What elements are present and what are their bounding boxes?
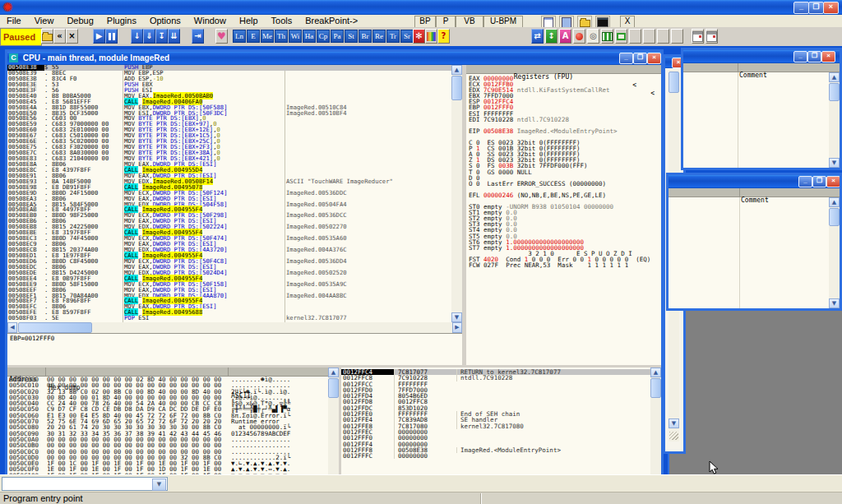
pane-layout-icon[interactable]: [692, 29, 704, 44]
comment-window-1[interactable]: _ ❐ × Comment ▲ ▼: [681, 48, 842, 170]
assemble-icon[interactable]: A: [559, 29, 571, 44]
toolbar-ln-window-button[interactable]: Ln: [233, 30, 246, 43]
close-button[interactable]: ×: [823, 2, 839, 14]
minimize-button[interactable]: _: [793, 2, 809, 14]
close-icon[interactable]: ×: [826, 176, 840, 187]
close-icon[interactable]: ×: [821, 51, 835, 62]
disasm-row[interactable]: 00508E3E.53PUSH EBX: [7, 82, 451, 88]
maximize-icon[interactable]: ❐: [807, 51, 821, 62]
menu-item-file[interactable]: File: [0, 15, 28, 27]
menu-item-options[interactable]: Options: [143, 15, 187, 27]
main-title-bar[interactable]: ✺ _ ❐ ×: [0, 0, 842, 15]
execute-till-return-icon[interactable]: ⇥: [192, 29, 204, 44]
scroll-up-icon[interactable]: ▲: [328, 368, 339, 377]
toolbar-pa-window-button[interactable]: Pa: [331, 30, 344, 43]
disassembly-pane[interactable]: 00508E38$55PUSH EBP00508E39.8BECMOV EBP,…: [7, 65, 451, 322]
comment2-scrollbar[interactable]: ▲ ▼: [829, 197, 840, 308]
register-line[interactable]: EIP 00508E38 ImageRed.<ModuleEntryPoint>: [466, 128, 661, 134]
toolbar-blank-button[interactable]: [629, 29, 641, 44]
toolbar-ha-window-button[interactable]: Ha: [303, 30, 316, 43]
appearance-icon[interactable]: [425, 29, 437, 44]
menu-item-view[interactable]: View: [28, 15, 61, 27]
disasm-vscrollbar[interactable]: ▲ ▼: [451, 65, 462, 322]
minimize-icon[interactable]: _: [793, 51, 807, 62]
menu-item-window[interactable]: Window: [187, 15, 233, 27]
disasm-row[interactable]: 00508EFE.E8 8597F8FFCALL ImageRed.004956…: [7, 310, 451, 316]
toolbar-cp-window-button[interactable]: Cp: [317, 30, 330, 43]
open-file-icon[interactable]: [41, 29, 53, 44]
toolbar-blank-button[interactable]: [643, 29, 655, 44]
run-icon[interactable]: ▶: [93, 29, 105, 44]
comment-column-header[interactable]: Comment: [739, 72, 767, 80]
scroll-right-icon[interactable]: ▶: [452, 322, 462, 333]
close-program-icon[interactable]: ×: [66, 29, 78, 44]
comment-window-2[interactable]: _ ❐ × Comment ▲ ▼: [666, 173, 842, 311]
register-line[interactable]: FCW 027F Prec NEAR,53 Mask 1 1 1 1 1 1: [466, 262, 661, 268]
restore-button[interactable]: ❐: [808, 2, 824, 14]
register-line[interactable]: EFL 00000246 (NO,NB,E,BE,NS,PE,GE,LE): [466, 192, 661, 198]
register-line[interactable]: EDI 7C910228 ntdll.7C910228: [466, 117, 661, 123]
step-over-icon[interactable]: ⇓: [143, 29, 155, 44]
scroll-up-icon[interactable]: ▲: [650, 368, 661, 377]
comment-column-header[interactable]: Comment: [741, 197, 769, 205]
stack-row[interactable]: 0012FFD48054B6ED: [341, 393, 650, 399]
stack-vscrollbar[interactable]: ▲: [650, 368, 661, 474]
sort-icon[interactable]: ↕: [545, 29, 557, 44]
pause-icon[interactable]: [105, 29, 118, 44]
scroll-down-icon[interactable]: ▼: [451, 312, 462, 322]
maximize-icon[interactable]: ❐: [633, 53, 647, 64]
stack-row[interactable]: 0012FFC87C910228ntdll.7C910228: [341, 375, 650, 381]
menu-item-breakpoint[interactable]: BreakPoint->: [298, 15, 364, 27]
disasm-row[interactable]: 00508E3B.83C4 F0ADD ESP,-10: [7, 76, 451, 82]
step-into-icon[interactable]: ↓: [131, 29, 143, 44]
disasm-row[interactable]: 00508EF7.E8 F896F8FFCALL ImageRed.004955…: [7, 298, 451, 304]
goto-icon[interactable]: ♥: [215, 29, 228, 44]
options-gear-icon[interactable]: ✻: [413, 29, 425, 44]
stack-row[interactable]: 0012FFE87C817080kernel32.7C817080: [341, 423, 650, 429]
trace-spiral-icon[interactable]: ◎: [587, 29, 599, 44]
close-icon[interactable]: ×: [647, 53, 661, 64]
restart-icon[interactable]: «: [53, 29, 66, 44]
stack-row[interactable]: 0012FFEC00000000: [341, 429, 650, 435]
toolbar-re-window-button[interactable]: Re: [372, 30, 386, 43]
toolbar-blank-button[interactable]: [671, 29, 683, 44]
help-icon[interactable]: ?: [437, 29, 450, 44]
disasm-row[interactable]: 00508EE9.8B0D 58F15000MOV ECX,DWORD PTR …: [7, 282, 451, 288]
info-pane[interactable]: EBP=0012FFF0: [7, 333, 462, 366]
scroll-down-icon[interactable]: ▼: [829, 298, 840, 308]
dump-vscrollbar[interactable]: ▲: [328, 368, 339, 474]
scroll-left-icon[interactable]: ◀: [7, 322, 17, 333]
minimize-icon[interactable]: _: [798, 176, 812, 187]
disasm-row[interactable]: 00508E83.C683 21040000 00MOV BYTE PTR DS…: [7, 156, 451, 162]
comment1-scrollbar[interactable]: ▲ ▼: [829, 72, 840, 168]
cpu-window[interactable]: C CPU - main thread, module ImageRed _ ❐…: [5, 49, 664, 474]
stack-row[interactable]: 0012FFD80012FFC8: [341, 399, 650, 405]
disasm-row[interactable]: 00508E8C.E8 4397F8FFCALL ImageRed.004955…: [7, 168, 451, 173]
toolbar-wi-window-button[interactable]: Wi: [289, 30, 302, 43]
stack-row[interactable]: 0012FFF800508E38ImageRed.<ModuleEntryPoi…: [341, 447, 650, 453]
menu-item-tools[interactable]: Tools: [265, 15, 299, 27]
pane-arrow-icon[interactable]: <: [632, 81, 636, 90]
scroll-up-icon[interactable]: ▲: [829, 197, 840, 207]
disasm-row[interactable]: 00508EB0.8B0D 98F25000MOV ECX,DWORD PTR …: [7, 213, 451, 219]
stack-pane[interactable]: 0012FFC47C817077RETURN to kernel32.7C817…: [341, 368, 650, 474]
scroll-up-icon[interactable]: ▲: [829, 72, 840, 82]
toolbar-tr-window-button[interactable]: Tr: [386, 30, 400, 43]
disasm-row[interactable]: 00508EC3.8B0D 74F45000MOV ECX,DWORD PTR …: [7, 236, 451, 242]
scroll-down-icon[interactable]: ▼: [829, 158, 840, 168]
disasm-hscrollbar[interactable]: ◀ ▶: [7, 322, 462, 333]
stack-row[interactable]: 0012FFFC00000000: [341, 453, 650, 459]
menu-item-plugins[interactable]: Plugins: [100, 15, 143, 27]
menu-item-help[interactable]: Help: [233, 15, 265, 27]
toolbar-br-window-button[interactable]: Br: [359, 30, 372, 43]
register-line[interactable]: O 0 LastErr ERROR_SUCCESS (00000000): [466, 181, 661, 187]
scroll-up-icon[interactable]: ▲: [451, 65, 462, 75]
toolbar-sr-window-button[interactable]: Sr: [400, 30, 414, 43]
resize-grip[interactable]: [669, 432, 678, 440]
disasm-row[interactable]: 00508ED6.8B0D C8F45000MOV ECX,DWORD PTR …: [7, 259, 451, 265]
toolbar-th-window-button[interactable]: Th: [275, 30, 288, 43]
disasm-row[interactable]: 00508E9D.8B0D 24F15000MOV ECX,DWORD PTR …: [7, 191, 451, 197]
animate-into-icon[interactable]: ↧: [155, 29, 168, 44]
minimize-icon[interactable]: _: [619, 53, 633, 64]
toolbar-e-window-button[interactable]: E: [247, 30, 260, 43]
